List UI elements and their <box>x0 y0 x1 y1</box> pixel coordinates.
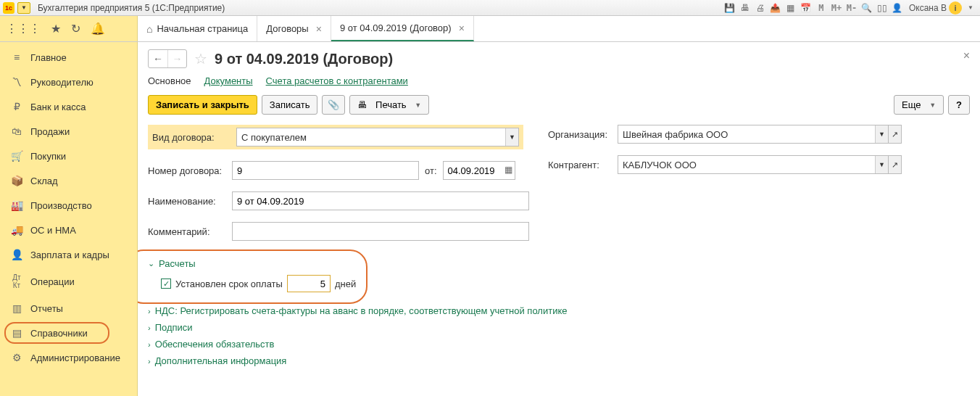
section-extra-label: Дополнительная информация <box>155 355 287 366</box>
sidebar-item-warehouse[interactable]: 📦Склад <box>0 168 137 193</box>
info-icon[interactable]: i <box>949 1 962 15</box>
sidebar-item-label: Зарплата и кадры <box>30 249 109 260</box>
print-button[interactable]: 🖶 Печать ▼ <box>349 95 429 115</box>
sidebar-item-label: Продажи <box>30 126 70 137</box>
m-button[interactable]: M <box>815 1 828 15</box>
section-calc-label: Расчеты <box>159 258 196 269</box>
chevron-down-icon: ⌄ <box>148 259 154 268</box>
dropdown-icon[interactable]: ▼ <box>875 125 888 143</box>
save-button[interactable]: Записать <box>262 95 318 115</box>
sidebar-item-label: Руководителю <box>30 77 94 88</box>
bars-icon: ▥ <box>10 302 23 314</box>
content-area: × ← → ☆ 9 от 04.09.2019 (Договор) Основн… <box>138 42 980 396</box>
calendar-icon[interactable]: ▦ <box>504 165 512 175</box>
section-vat-header[interactable]: › НДС: Регистрировать счета-фактуры на а… <box>148 302 970 319</box>
counterparty-value: КАБЛУЧОК ООО <box>623 160 697 170</box>
sidebar-item-admin[interactable]: ⚙Администрирование <box>0 345 137 370</box>
org-label: Организация: <box>548 129 612 140</box>
section-extra-header[interactable]: › Дополнительная информация <box>148 352 970 369</box>
open-ref-button[interactable]: ↗ <box>889 155 902 174</box>
app-logo: 1c <box>3 2 14 14</box>
sidebar-item-bank[interactable]: ₽Банк и касса <box>0 94 137 119</box>
sidebar-item-production[interactable]: 🏭Производство <box>0 193 137 218</box>
more-button[interactable]: Еще ▼ <box>894 95 944 115</box>
grid-icon[interactable]: ▦ <box>784 1 797 15</box>
sidebar-item-label: Главное <box>30 52 67 63</box>
section-sign-header[interactable]: › Подписи <box>148 319 970 336</box>
payment-term-checkbox[interactable]: ✓ <box>161 279 171 289</box>
tab-contracts[interactable]: Договоры × <box>257 16 331 41</box>
attach-button[interactable]: 📎 <box>322 95 345 115</box>
comment-input[interactable] <box>232 222 529 241</box>
payment-term-days-input[interactable] <box>287 275 331 292</box>
number-input[interactable] <box>232 161 419 180</box>
section-sign-label: Подписи <box>155 322 193 333</box>
help-button[interactable]: ? <box>948 95 970 115</box>
section-secure-label: Обеспечения обязательств <box>155 339 275 350</box>
sidebar-item-catalogs[interactable]: ▤Справочники <box>0 321 137 345</box>
info-dropdown-icon[interactable]: ▼ <box>964 1 977 15</box>
save-and-close-button[interactable]: Записать и закрыть <box>148 95 257 115</box>
chevron-right-icon: › <box>148 307 151 315</box>
export-icon[interactable]: 📤 <box>769 1 782 15</box>
user-icon: 👤 <box>891 1 904 15</box>
printer2-icon[interactable]: 🖨 <box>754 1 767 15</box>
sidebar-item-reports[interactable]: ▥Отчеты <box>0 296 137 321</box>
user-name[interactable]: Оксана В <box>909 3 947 13</box>
chart-icon: 〽 <box>10 76 23 88</box>
app-dropdown-button[interactable]: ▼ <box>17 2 30 14</box>
sidebar-item-assets[interactable]: 🚚ОС и НМА <box>0 218 137 242</box>
dropdown-icon[interactable]: ▼ <box>505 128 518 146</box>
nav-forward-button[interactable]: → <box>167 50 186 67</box>
m-minus-button[interactable]: M- <box>845 1 858 15</box>
apps-icon[interactable]: ⋮⋮⋮ <box>6 22 41 36</box>
tab-contract-9[interactable]: 9 от 04.09.2019 (Договор) × <box>331 16 474 41</box>
sidebar-item-payroll[interactable]: 👤Зарплата и кадры <box>0 242 137 267</box>
box-icon: 📦 <box>10 175 23 186</box>
sidebar-item-label: Отчеты <box>30 303 63 314</box>
calendar-icon[interactable]: 📅 <box>800 1 813 15</box>
zoom-icon[interactable]: 🔍 <box>860 1 873 15</box>
sidebar-item-label: ОС и НМА <box>30 225 76 236</box>
close-icon[interactable]: × <box>316 23 322 35</box>
tab-home[interactable]: ⌂ Начальная страница <box>138 16 257 41</box>
counterparty-picker[interactable]: КАБЛУЧОК ООО ▼ <box>618 155 889 174</box>
button-bar: Записать и закрыть Записать 📎 🖶 Печать ▼… <box>148 95 970 115</box>
m-plus-button[interactable]: M+ <box>830 1 843 15</box>
app-title: Бухгалтерия предприятия 5 (1С:Предприяти… <box>38 3 225 13</box>
tab-label: Договоры <box>266 23 308 34</box>
sidebar-item-label: Операции <box>30 276 75 287</box>
sidebar-item-purchases[interactable]: 🛒Покупки <box>0 144 137 168</box>
subtab-main[interactable]: Основное <box>148 75 191 86</box>
caret-down-icon: ▼ <box>415 102 421 109</box>
nav-back-button[interactable]: ← <box>149 50 167 67</box>
dropdown-icon[interactable]: ▼ <box>875 156 888 173</box>
star-icon[interactable]: ★ <box>51 22 61 36</box>
person-icon: 👤 <box>10 249 23 260</box>
panels-icon[interactable]: ▯▯ <box>876 1 889 15</box>
close-form-button[interactable]: × <box>963 49 970 62</box>
history-icon[interactable]: ↻ <box>71 22 80 36</box>
sidebar-item-main[interactable]: ≡Главное <box>0 45 137 70</box>
contract-type-select[interactable]: С покупателем ▼ <box>236 128 519 147</box>
payment-term-label: Установлен срок оплаты <box>175 279 283 289</box>
section-calc-header[interactable]: ⌄ Расчеты <box>148 255 356 272</box>
sidebar-item-operations[interactable]: ДтКтОперации <box>0 267 137 296</box>
open-ref-button[interactable]: ↗ <box>889 125 902 144</box>
name-input[interactable] <box>232 191 529 210</box>
subtab-documents[interactable]: Документы <box>204 75 253 86</box>
page-title: 9 от 04.09.2019 (Договор) <box>215 51 393 67</box>
comment-label: Комментарий: <box>148 226 226 237</box>
close-icon[interactable]: × <box>459 22 465 34</box>
sidebar-item-label: Администрирование <box>30 352 120 363</box>
paperclip-icon: 📎 <box>328 99 339 110</box>
sidebar-item-sales[interactable]: 🛍Продажи <box>0 119 137 144</box>
print-icon[interactable]: 🖶 <box>739 1 752 15</box>
save-icon[interactable]: 💾 <box>723 1 736 15</box>
bell-icon[interactable]: 🔔 <box>91 22 105 36</box>
org-picker[interactable]: Швейная фабрика ООО ▼ <box>618 125 889 144</box>
favorite-star-icon[interactable]: ☆ <box>194 50 207 67</box>
sidebar-item-manager[interactable]: 〽Руководителю <box>0 70 137 94</box>
section-secure-header[interactable]: › Обеспечения обязательств <box>148 336 970 352</box>
subtab-accounts[interactable]: Счета расчетов с контрагентами <box>266 75 408 86</box>
